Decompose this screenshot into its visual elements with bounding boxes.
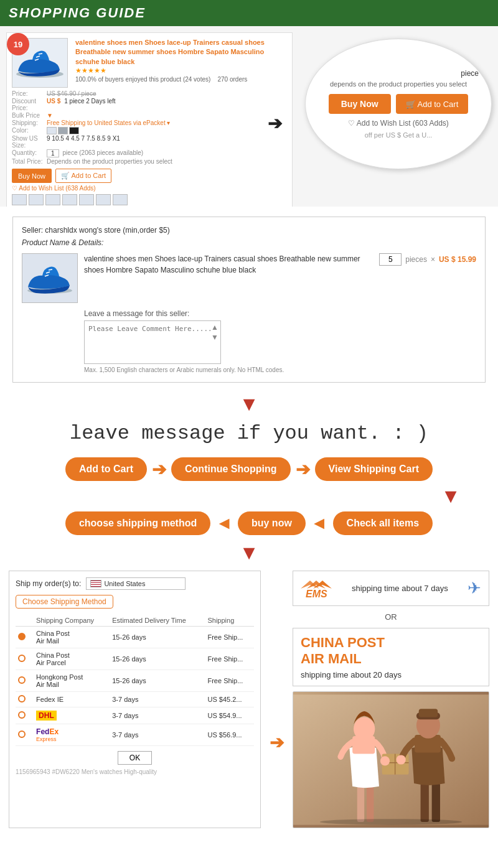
flow-arrow-1: ➔ <box>152 459 166 480</box>
overlay-piece-label: piece <box>461 69 479 78</box>
message-label: Leave a message for this seller: <box>84 309 476 318</box>
listing-title: valentine shoes men Shoes lace-up Traine… <box>75 38 287 67</box>
company-cell: Hongkong Post Air Mail <box>34 670 110 692</box>
shipping-table: Shipping Company Estimated Delivery Time… <box>16 615 254 746</box>
overlay-bottom: off per US $ Get a U... <box>365 131 433 139</box>
table-row[interactable]: China Post Air Mail15-26 daysFree Ship..… <box>16 627 254 648</box>
svg-point-27 <box>380 756 390 765</box>
svg-point-26 <box>397 755 406 764</box>
shipping-cell: US $56.9... <box>205 724 254 746</box>
company-cell: Fedex IE <box>34 692 110 707</box>
radio-icon[interactable] <box>18 695 26 702</box>
quantity-box[interactable]: 5 <box>379 253 402 266</box>
delivery-cell: 15-26 days <box>110 627 205 648</box>
overlay-depends-text: depends on the product properties you se… <box>330 80 467 88</box>
shipping-cell: US $54.9... <box>205 707 254 724</box>
choose-shipping-method-btn[interactable]: Choose Shipping Method <box>16 595 113 609</box>
listing-buy-now-button[interactable]: Buy Now <box>12 169 52 183</box>
order-item-description: valentine shoes men Shoes lace-up Traine… <box>84 253 373 276</box>
radio-cell[interactable] <box>16 670 34 692</box>
scroll-down-arrow[interactable]: ▼ <box>211 333 218 342</box>
form-footer: 1156965943 #DW6220 Men's watches High-qu… <box>16 768 254 775</box>
page-title: SHOPPING GUIDE <box>9 5 146 21</box>
flow-arrow-left-2: ◄ <box>311 513 328 533</box>
company-cell: FedExExpress <box>34 724 110 746</box>
overlay-wishlist[interactable]: ♡ Add to Wish List (603 Adds) <box>348 119 449 128</box>
overlay-buy-now-button[interactable]: Buy Now <box>329 94 391 114</box>
svg-point-19 <box>354 717 375 740</box>
message-textarea-wrapper[interactable]: ▲ ▼ <box>84 320 221 364</box>
company-cell: DHL <box>34 707 110 724</box>
svg-rect-13 <box>357 786 364 822</box>
down-arrow-2: ▼ <box>0 485 461 508</box>
shipping-info-panel: EMS shipping time about 7 days ✈ OR CHIN… <box>293 571 489 828</box>
add-to-cart-flow-button[interactable]: Add to Cart <box>65 457 147 481</box>
overlay-add-cart-button[interactable]: 🛒 Add to Cart <box>396 94 469 114</box>
airplane-icon: ✈ <box>467 579 481 598</box>
order-item-row: valentine shoes men Shoes lace-up Traine… <box>22 253 476 303</box>
radio-icon[interactable] <box>18 711 26 719</box>
company-cell: China Post Air Parcel <box>34 648 110 670</box>
radio-selected-icon[interactable] <box>18 633 26 640</box>
flow-row-1: Add to Cart ➔ Continue Shopping ➔ View S… <box>12 457 486 481</box>
svg-line-3 <box>39 54 42 54</box>
buy-now-flow-button[interactable]: buy now <box>238 511 306 535</box>
product-name-label: Product Name & Details: <box>22 238 476 247</box>
radio-cell[interactable] <box>16 707 34 724</box>
svg-line-7 <box>49 269 52 270</box>
down-arrow-1: ▼ <box>0 393 498 416</box>
listing-rating: 100.0% of buyers enjoyed this product (2… <box>75 76 287 83</box>
scroll-up-arrow[interactable]: ▲ <box>211 323 218 332</box>
table-row[interactable]: FedExExpress3-7 daysUS $56.9... <box>16 724 254 746</box>
radio-icon[interactable] <box>18 655 26 662</box>
listing-add-cart-button[interactable]: 🛒 Add to Cart <box>55 169 111 183</box>
radio-cell[interactable] <box>16 648 34 670</box>
ems-shipping-text: shipping time about 7 days <box>352 584 448 593</box>
choose-shipping-button[interactable]: choose shipping method <box>65 511 210 535</box>
message-hint: Max. 1,500 English characters or Arabic … <box>84 366 395 373</box>
svg-rect-14 <box>367 786 374 822</box>
flow-row-2: choose shipping method ◄ buy now ◄ Check… <box>12 511 486 535</box>
leave-message-text: leave message if you want. : ) <box>12 422 486 445</box>
continue-shopping-button[interactable]: Continue Shopping <box>171 457 291 481</box>
times-symbol: pieces <box>405 255 427 264</box>
message-textarea[interactable] <box>88 325 217 360</box>
check-all-items-button[interactable]: Check all items <box>333 511 433 535</box>
zoom-overlay: piece depends on the product properties … <box>305 39 492 169</box>
radio-cell[interactable] <box>16 724 34 746</box>
bottom-section: Ship my order(s) to: United States Choos… <box>9 571 489 828</box>
ship-to-input[interactable]: United States <box>86 577 186 590</box>
table-row[interactable]: Fedex IE3-7 daysUS $45.2... <box>16 692 254 707</box>
svg-rect-21 <box>432 783 440 822</box>
shipping-cell: Free Ship... <box>205 670 254 692</box>
svg-point-28 <box>320 819 462 825</box>
svg-text:EMS: EMS <box>306 589 327 599</box>
view-shipping-cart-button[interactable]: View Shipping Cart <box>315 457 433 481</box>
shipping-cell: US $45.2... <box>205 692 254 707</box>
ems-logo-area: EMS <box>301 577 344 599</box>
radio-cell[interactable] <box>16 692 34 707</box>
multiply-symbol: × <box>431 255 435 264</box>
listing-stars: ★★★★★ <box>75 67 287 75</box>
chinapost-shipping-text: shipping time about 20 days <box>301 670 481 679</box>
table-row[interactable]: China Post Air Parcel15-26 daysFree Ship… <box>16 648 254 670</box>
ok-button[interactable]: OK <box>118 751 152 765</box>
table-row[interactable]: DHL3-7 daysUS $54.9... <box>16 707 254 724</box>
discount-badge: 19 <box>7 33 29 55</box>
radio-icon[interactable] <box>18 676 26 684</box>
country-value: United States <box>104 580 145 587</box>
listing-wishlist[interactable]: ♡ Add to Wish List (638 Adds) <box>12 185 287 192</box>
radio-icon[interactable] <box>18 730 26 738</box>
radio-cell[interactable] <box>16 627 34 648</box>
table-row[interactable]: Hongkong Post Air Mail15-26 daysFree Shi… <box>16 670 254 692</box>
price-label: Price: <box>12 90 43 97</box>
us-flag-icon <box>90 580 101 587</box>
page-header: SHOPPING GUIDE <box>0 0 498 26</box>
dhl-logo: DHL <box>36 711 57 721</box>
shipping-cell: Free Ship... <box>205 627 254 648</box>
seller-info: Seller: charshldx wong's store (min,orde… <box>22 226 476 235</box>
item-price: US $ 15.99 <box>439 255 476 264</box>
order-item-quantity: 5 pieces × US $ 15.99 <box>379 253 476 266</box>
order-item-image <box>22 253 78 303</box>
shipping-cell: Free Ship... <box>205 648 254 670</box>
